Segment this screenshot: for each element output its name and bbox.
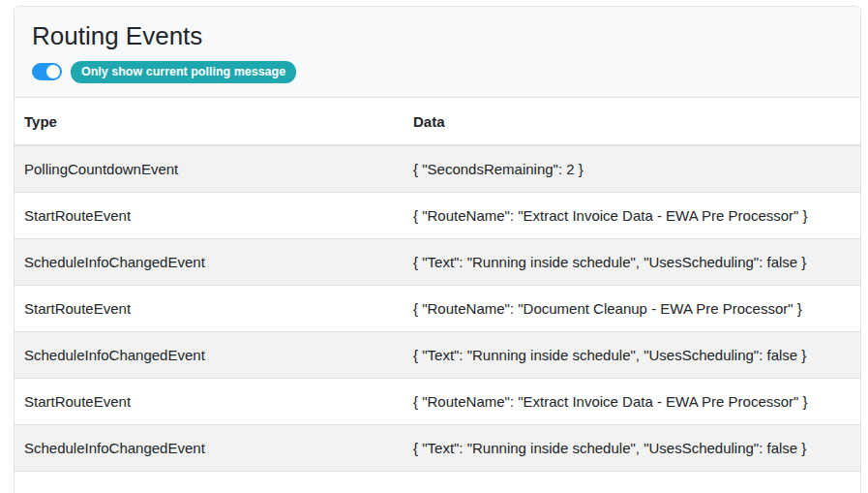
polling-filter-badge: Only show current polling message xyxy=(71,61,296,83)
table-row: PollingCountdownEvent { "SecondsRemainin… xyxy=(15,145,860,193)
event-type-cell: ScheduleInfoChangedEvent xyxy=(15,331,404,378)
page-title: Routing Events xyxy=(32,21,843,51)
event-type-cell: PollingCountdownEvent xyxy=(15,145,404,193)
event-data-cell: { "Text": "Running inside schedule", "Us… xyxy=(404,424,860,471)
card-header: Routing Events Only show current polling… xyxy=(15,7,860,98)
table-row: ScheduleInfoChangedEvent { "Text": "Runn… xyxy=(15,424,860,471)
column-header-data: Data xyxy=(404,98,860,145)
table-row: StartRouteEvent { "RouteName": "Document… xyxy=(15,285,860,331)
event-type-cell: StartRouteEvent xyxy=(15,192,404,238)
events-table-body: PollingCountdownEvent { "SecondsRemainin… xyxy=(15,145,860,472)
event-data-cell: { "Text": "Running inside schedule", "Us… xyxy=(404,331,860,378)
toggle-knob-icon xyxy=(46,65,60,78)
table-row: ScheduleInfoChangedEvent { "Text": "Runn… xyxy=(15,238,860,285)
event-data-cell: { "RouteName": "Extract Invoice Data - E… xyxy=(404,378,860,424)
table-row: ScheduleInfoChangedEvent { "Text": "Runn… xyxy=(15,331,860,378)
table-row: StartRouteEvent { "RouteName": "Extract … xyxy=(15,192,860,238)
event-data-cell: { "Text": "Running inside schedule", "Us… xyxy=(404,238,860,285)
event-data-cell: { "RouteName": "Extract Invoice Data - E… xyxy=(404,192,860,238)
table-row: StartRouteEvent { "RouteName": "Extract … xyxy=(15,378,860,424)
events-table-head: Type Data xyxy=(15,98,860,145)
events-table: Type Data PollingCountdownEvent { "Secon… xyxy=(15,98,860,472)
column-header-type: Type xyxy=(15,98,404,145)
header-row: Type Data xyxy=(15,98,860,145)
routing-events-card: Routing Events Only show current polling… xyxy=(14,6,861,493)
event-data-cell: { "RouteName": "Document Cleanup - EWA P… xyxy=(404,285,860,331)
event-type-cell: StartRouteEvent xyxy=(15,378,404,424)
event-type-cell: StartRouteEvent xyxy=(15,285,404,331)
polling-filter-toggle[interactable] xyxy=(32,63,62,80)
event-type-cell: ScheduleInfoChangedEvent xyxy=(15,424,404,471)
event-type-cell: ScheduleInfoChangedEvent xyxy=(15,238,404,285)
event-data-cell: { "SecondsRemaining": 2 } xyxy=(404,145,860,193)
polling-filter-controls: Only show current polling message xyxy=(32,61,843,83)
